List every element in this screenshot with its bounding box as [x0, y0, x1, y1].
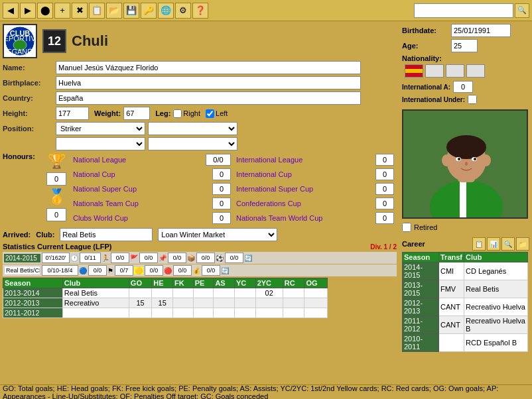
- international-super-cup-label[interactable]: International Super Cup: [236, 185, 313, 193]
- retired-checkbox[interactable]: [402, 223, 411, 232]
- trophies-column: 🏆 🥇: [46, 152, 66, 225]
- settings-btn[interactable]: ⚙: [175, 3, 191, 19]
- career-club-1: Real Betis: [464, 280, 528, 298]
- career-label: Career: [402, 240, 425, 248]
- position2-select[interactable]: [148, 122, 237, 135]
- name-label: Name:: [3, 64, 56, 72]
- prev-btn[interactable]: ◀: [3, 3, 19, 19]
- history-cell-0-pe: [193, 288, 214, 298]
- position1-select[interactable]: Striker: [56, 122, 145, 135]
- career-col-season: Season: [403, 253, 439, 262]
- international-cup-label[interactable]: International Cup: [236, 170, 292, 178]
- player-photo-box: [402, 109, 528, 219]
- history-table: Season Club GO HE FK PE AS YC 2YC RC OG …: [3, 278, 328, 318]
- national-cup-label[interactable]: National Cup: [73, 170, 115, 178]
- club-input[interactable]: [60, 228, 153, 241]
- leg-right-label: Right: [183, 109, 200, 117]
- career-nav-btn3[interactable]: 🔍: [501, 237, 515, 251]
- market-select[interactable]: Loan Winter Market: [158, 228, 277, 241]
- career-club-4: RCD Español B: [464, 334, 528, 352]
- international-league-label[interactable]: International League: [236, 156, 302, 164]
- birthdate-input[interactable]: [451, 24, 511, 37]
- stats-title: Statistics Current League (LFP): [3, 243, 111, 251]
- next-btn[interactable]: ▶: [20, 3, 36, 19]
- history-cell-2-rc: [283, 308, 304, 318]
- s1v1-box: 0/0 🚩: [111, 253, 138, 263]
- svg-text:LEGANÉS: LEGANÉS: [4, 48, 36, 56]
- career-nav-btn2[interactable]: 📊: [487, 237, 500, 251]
- main-content: CLUB DEPORTIVO LEGANÉS 12 Chuli Name: Bi…: [0, 21, 532, 384]
- career-header: Career 📋 📊 🔍 📁: [402, 237, 529, 251]
- height-input[interactable]: [56, 107, 89, 120]
- history-cell-0-he: [152, 288, 173, 298]
- intl-under-checkbox[interactable]: [468, 95, 477, 104]
- history-cell-2-og: [304, 308, 328, 318]
- physical-row: Height: Weight: Leg: Right Left: [3, 107, 397, 120]
- trophy2-count[interactable]: [46, 208, 66, 221]
- career-season-0: 2014-2015: [403, 262, 439, 280]
- international-cup-val: 0: [375, 168, 394, 180]
- svg-point-10: [446, 135, 486, 159]
- nationals-world-cup-row: Nationals Team World Cup 0: [233, 211, 397, 225]
- svg-point-16: [442, 154, 451, 166]
- stats-row1: 2014-2015 0'/1620' 🕐 0/11 🏃 0/0 🚩 0/0 📌: [3, 252, 397, 264]
- intl-a-row: International A:: [402, 81, 529, 93]
- record-btn[interactable]: ⬤: [37, 3, 53, 19]
- apps-box: 0/11 🏃: [80, 253, 109, 263]
- stats-club2: Real Betis/CD Leganés: [4, 266, 40, 275]
- nationals-team-cup-label[interactable]: Nationals Team Cup: [73, 200, 139, 207]
- birthdate-label: Birthdate:: [402, 27, 448, 34]
- weight-input[interactable]: [123, 107, 150, 120]
- history-cell-0-yc: [235, 288, 256, 298]
- position4-select[interactable]: [148, 137, 237, 150]
- svg-point-15: [465, 162, 468, 166]
- career-nav-btn1[interactable]: 📋: [472, 237, 486, 251]
- birthplace-input[interactable]: [56, 76, 361, 89]
- lock-btn[interactable]: 🔑: [141, 3, 157, 19]
- save-btn[interactable]: 💾: [123, 3, 139, 19]
- stats-row2: Real Betis/CD Leganés 0/10-18/4 🔵 0/0 ⚑ …: [3, 264, 397, 276]
- left-panel: CLUB DEPORTIVO LEGANÉS 12 Chuli Name: Bi…: [0, 21, 399, 384]
- honours-label: Honours:: [3, 152, 42, 225]
- help-btn[interactable]: ❓: [192, 3, 208, 19]
- search-btn[interactable]: 🔍: [515, 3, 529, 18]
- copy-btn[interactable]: 📋: [89, 3, 105, 19]
- history-cell-0-season: 2013-2014: [3, 288, 63, 298]
- player-name-display: Chuli: [72, 32, 108, 50]
- history-cell-1-as: [214, 298, 235, 308]
- club-label: Club:: [36, 231, 54, 239]
- globe-btn[interactable]: 🌐: [158, 3, 174, 19]
- open-btn[interactable]: 📂: [106, 3, 122, 19]
- r2v4-box: 0/0 💰: [173, 265, 200, 276]
- leg-right-checkbox[interactable]: [173, 109, 182, 118]
- position-row: Position: Striker: [3, 122, 397, 135]
- intl-a-input[interactable]: [453, 81, 473, 93]
- career-col-transf: Transf: [438, 253, 464, 262]
- svg-point-13: [458, 158, 460, 160]
- position3-select[interactable]: [56, 137, 145, 150]
- country-input[interactable]: [56, 91, 361, 105]
- stats-section: Statistics Current League (LFP) Div. 1 /…: [3, 243, 397, 276]
- nationals-world-cup-label[interactable]: Nationals Team World Cup: [236, 214, 322, 222]
- history-cell-1-pe: [193, 298, 214, 308]
- delete-btn[interactable]: ✖: [72, 3, 88, 19]
- leg-left-checkbox[interactable]: [206, 109, 214, 118]
- national-super-cup-label[interactable]: National Super Cup: [73, 185, 137, 193]
- history-col-season: Season: [3, 278, 63, 288]
- national-league-label[interactable]: National League: [73, 156, 126, 164]
- career-nav-btn4[interactable]: 📁: [516, 237, 529, 251]
- age-input[interactable]: [451, 39, 478, 52]
- history-cell-0-og: [304, 288, 328, 298]
- intl-under-label: International Under:: [402, 96, 465, 103]
- add-btn[interactable]: +: [54, 3, 70, 19]
- career-season-3: 2011-2012: [403, 316, 439, 334]
- history-cell-2-go: [129, 308, 152, 318]
- full-name-input[interactable]: [56, 61, 361, 74]
- history-col-pe: PE: [193, 278, 214, 288]
- flag2: [425, 64, 444, 78]
- search-input[interactable]: Chuli: [414, 3, 513, 18]
- stats-header: Statistics Current League (LFP) Div. 1 /…: [3, 243, 397, 251]
- clubs-world-cup-label[interactable]: Clubs World Cup: [73, 214, 128, 222]
- confederations-cup-label[interactable]: Confederations Cup: [236, 200, 301, 207]
- trophy1-count[interactable]: [46, 172, 66, 186]
